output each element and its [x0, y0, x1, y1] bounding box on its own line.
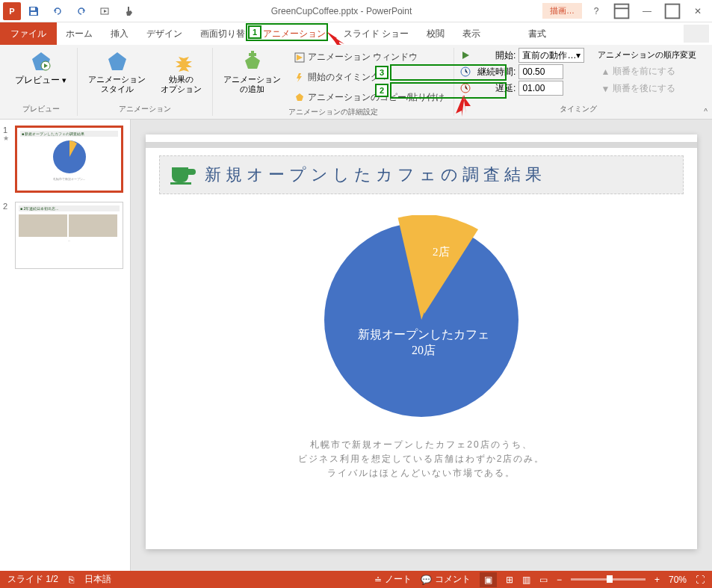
window-title: GreenCupCoffee.pptx - PowerPoint	[140, 6, 542, 16]
redo-icon[interactable]	[70, 1, 93, 21]
draw-tab[interactable]: 描画…	[542, 3, 582, 19]
normal-view-icon[interactable]: ▣	[480, 572, 497, 587]
preview-button[interactable]: プレビュー ▾	[10, 48, 71, 87]
sorter-view-icon[interactable]: ⊞	[506, 575, 513, 585]
tab-file[interactable]: ファイル	[0, 22, 57, 45]
add-anim-label: アニメーション の追加	[223, 75, 281, 94]
user-avatar[interactable]	[684, 25, 709, 43]
tab-view[interactable]: 表示	[453, 23, 489, 45]
slide-counter[interactable]: スライド 1/2	[7, 573, 58, 586]
duration-spinner[interactable]: 00.50	[518, 64, 563, 79]
timing-group-label: タイミング	[560, 102, 597, 116]
callout-1-num: 1	[248, 25, 261, 39]
ribbon: プレビュー ▾ プレビュー アニメーション スタイル 効果の オプション アニメ…	[0, 45, 712, 120]
tab-transition[interactable]: 画面切り替	[191, 23, 254, 45]
pie-chart[interactable]: 2店 新規オープンしたカフェ 20店	[317, 215, 526, 424]
preview-label: プレビュー	[15, 75, 60, 85]
start-dropdown[interactable]: 直前の動作…▾	[518, 48, 584, 63]
zoom-out-icon[interactable]: −	[557, 575, 562, 585]
start-label: 開始:	[474, 49, 516, 62]
language-indicator[interactable]: 日本語	[84, 573, 111, 586]
anim-style-label: アニメーション スタイル	[88, 75, 146, 94]
thumbnail-2-preview: ■ 2年連続日本初出店... ...	[15, 202, 123, 269]
thumbnail-2[interactable]: 2 ■ 2年連続日本初出店... ...	[3, 202, 127, 269]
adv-group-label: アニメーションの詳細設定	[288, 105, 378, 119]
cup-icon	[170, 164, 196, 185]
comments-button[interactable]: 💬 コメント	[421, 573, 471, 586]
svg-marker-7	[108, 52, 126, 70]
save-icon[interactable]	[22, 1, 45, 21]
red-arrow-2	[454, 96, 472, 117]
animation-star-icon: ★	[3, 134, 12, 142]
svg-rect-10	[249, 53, 256, 56]
slide-title-text: 新規オープンしたカフェの調査結果	[205, 164, 546, 186]
tab-insert[interactable]: 挿入	[102, 23, 137, 45]
maximize-icon[interactable]	[661, 1, 684, 21]
svg-rect-3	[615, 4, 629, 18]
callout-3-num: 3	[375, 66, 388, 79]
reorder-label: アニメーションの順序変更	[598, 48, 696, 62]
help-icon[interactable]: ?	[585, 1, 607, 21]
svg-rect-16	[170, 182, 191, 185]
move-earlier-button: ▲順番を前にする	[598, 64, 696, 79]
ribbon-options-icon[interactable]	[610, 1, 633, 21]
tab-design[interactable]: デザイン	[137, 23, 191, 45]
notes-button[interactable]: ≐ ノート	[374, 573, 412, 586]
reading-view-icon[interactable]: ▥	[522, 575, 530, 585]
thumbnail-1[interactable]: 1 ★ ■ 新規オープンしたカフェの調査結果 札幌市で新規オープン...	[3, 126, 127, 193]
callout-3-box	[390, 64, 507, 81]
start-row: 開始: 直前の動作…▾	[460, 48, 584, 63]
callout-2-box	[390, 82, 507, 99]
touch-mode-icon[interactable]	[118, 1, 140, 21]
zoom-level[interactable]: 70%	[669, 575, 687, 585]
group-preview: プレビュー ▾ プレビュー	[4, 48, 78, 116]
close-icon[interactable]: ✕	[687, 1, 709, 21]
svg-rect-0	[31, 7, 35, 10]
powerpoint-icon: P	[3, 2, 21, 20]
ribbon-collapse-icon[interactable]: ^	[704, 108, 708, 116]
status-bar: スライド 1/2 ⎘ 日本語 ≐ ノート 💬 コメント ▣ ⊞ ▥ ▭ − + …	[0, 571, 712, 588]
add-animation-button[interactable]: アニメーション の追加	[219, 48, 285, 96]
thumbnail-panel: 1 ★ ■ 新規オープンしたカフェの調査結果 札幌市で新規オープン... 2 ■…	[0, 120, 131, 571]
ribbon-tabs: ファイル ホーム 挿入 デザイン 画面切り替 アニメーション スライド ショー …	[0, 22, 712, 45]
spellcheck-icon[interactable]: ⎘	[69, 575, 74, 585]
slide-title-box[interactable]: 新規オープンしたカフェの調査結果	[159, 155, 684, 194]
svg-rect-1	[31, 12, 37, 15]
preview-group-label: プレビュー	[22, 102, 60, 116]
minimize-icon[interactable]: —	[636, 1, 658, 21]
slide-editor[interactable]: 新規オープンしたカフェの調査結果 2店 新規オープンしたカフェ 20店 札幌市で…	[131, 120, 712, 571]
main-area: 1 ★ ■ 新規オープンしたカフェの調査結果 札幌市で新規オープン... 2 ■…	[0, 120, 712, 571]
effect-opts-label: 効果の オプション	[161, 75, 202, 94]
fit-window-icon[interactable]: ⛶	[696, 575, 705, 585]
group-animation: アニメーション スタイル 効果の オプション アニメーション	[78, 48, 213, 116]
title-bar: P GreenCupCoffee.pptx - PowerPoint 描画… ?…	[0, 0, 712, 22]
tab-format[interactable]: 書式	[519, 23, 555, 45]
tab-review[interactable]: 校閲	[418, 23, 453, 45]
svg-marker-12	[296, 93, 303, 101]
pie-small-label: 2店	[433, 245, 450, 259]
slide-canvas: 新規オープンしたカフェの調査結果 2店 新規オープンしたカフェ 20店 札幌市で…	[146, 134, 697, 549]
effect-options-button[interactable]: 効果の オプション	[156, 48, 206, 96]
start-from-beginning-icon[interactable]	[94, 1, 117, 21]
pie-main-label: 新規オープンしたカフェ 20店	[353, 327, 495, 359]
play-icon	[460, 50, 471, 61]
slideshow-view-icon[interactable]: ▭	[539, 575, 548, 585]
svg-rect-4	[666, 4, 680, 18]
tab-home[interactable]: ホーム	[57, 23, 102, 45]
delay-spinner[interactable]: 01.00	[518, 81, 563, 96]
slide-caption[interactable]: 札幌市で新規オープンしたカフェ20店のうち、 ビジネス利用を想定している店舗はわ…	[146, 438, 697, 481]
tab-slideshow[interactable]: スライド ショー	[335, 23, 418, 45]
callout-2-num: 2	[375, 84, 388, 97]
animation-window-button[interactable]: アニメーション ウィンドウ	[291, 49, 448, 65]
anim-group-label: アニメーション	[119, 102, 171, 116]
zoom-slider[interactable]	[571, 578, 646, 581]
undo-icon[interactable]	[46, 1, 69, 21]
zoom-in-icon[interactable]: +	[654, 575, 660, 585]
animation-style-button[interactable]: アニメーション スタイル	[84, 48, 150, 96]
move-later-button: ▼順番を後にする	[598, 81, 696, 96]
thumbnail-1-preview: ■ 新規オープンしたカフェの調査結果 札幌市で新規オープン...	[15, 126, 123, 193]
